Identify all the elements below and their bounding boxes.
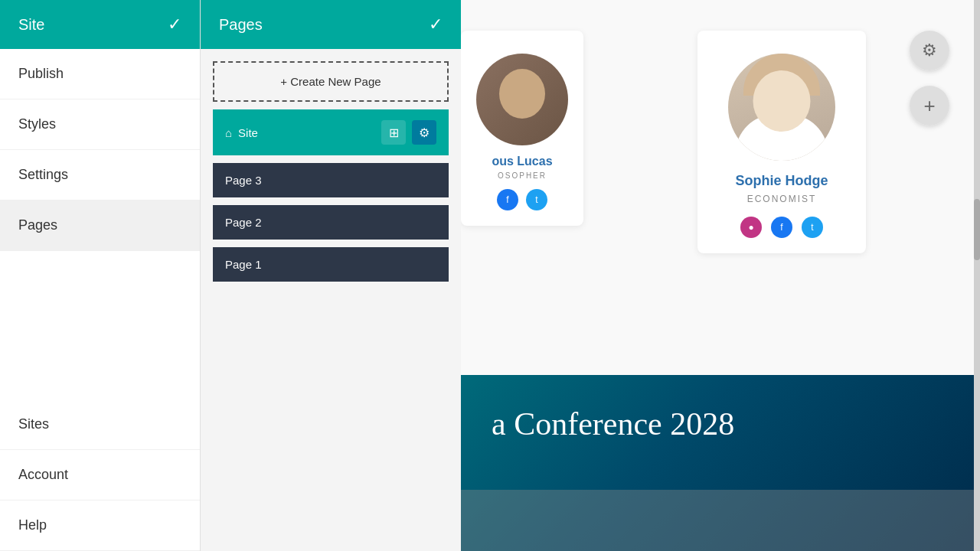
site-page-icons: ⊞ ⚙ [381,120,436,145]
sophie-title: ECONOMIST [720,194,843,204]
page-item-page3[interactable]: Page 3 [213,163,449,197]
page2-label: Page 2 [225,216,262,229]
overlay-plus-button[interactable]: + [910,86,949,126]
sidebar: Site ✓ Publish Styles Settings Pages Sit… [0,0,201,551]
sidebar-title: Site [18,16,44,34]
page1-label: Page 1 [225,258,262,271]
sidebar-check-icon: ✓ [168,15,181,34]
sidebar-item-sites[interactable]: Sites [0,399,200,450]
sophie-social-icons: ● f t [720,217,843,238]
lucas-twitter-icon[interactable]: t [526,189,547,210]
page3-label: Page 3 [225,174,262,187]
sidebar-item-publish[interactable]: Publish [0,49,200,99]
sophie-name: Sophie Hodge [720,173,843,189]
team-card-lucas: ous Lucas OSOPHER f t [461,31,583,226]
sophie-instagram-icon[interactable]: ● [740,217,762,238]
sidebar-item-styles[interactable]: Styles [0,99,200,150]
pages-check-icon: ✓ [429,15,443,34]
sidebar-nav: Publish Styles Settings Pages Sites Acco… [0,49,200,551]
conference-title: a Conference 2028 [492,406,734,442]
sidebar-item-account[interactable]: Account [0,450,200,500]
sophie-facebook-icon[interactable]: f [771,217,792,238]
main-content: ous Lucas OSOPHER f t Sophie Hodge ECONO… [461,0,980,551]
scrollbar-thumb[interactable] [974,199,980,260]
pages-title: Pages [219,16,263,34]
sidebar-item-help[interactable]: Help [0,500,200,551]
sidebar-spacer [0,251,200,399]
sidebar-item-settings[interactable]: Settings [0,150,200,201]
team-section: ous Lucas OSOPHER f t Sophie Hodge ECONO… [461,0,980,375]
site-page-label: Site [238,126,258,139]
create-new-page-label: + Create New Page [280,75,381,88]
pages-content: + Create New Page ⌂ Site ⊞ ⚙ Page 3 Page… [201,49,461,294]
scrollbar-track [974,0,980,551]
sidebar-header: Site ✓ [0,0,200,49]
overlay-gear-button[interactable]: ⚙ [910,31,949,70]
avatar-lucas [476,54,568,145]
conference-section: a Conference 2028 [461,375,980,551]
pages-panel: Pages ✓ + Create New Page ⌂ Site ⊞ ⚙ Pag… [201,0,461,551]
team-card-sophie: Sophie Hodge ECONOMIST ● f t [697,31,866,253]
gear-icon-button[interactable]: ⚙ [412,120,436,145]
sidebar-item-pages[interactable]: Pages [0,201,200,251]
page-item-page2[interactable]: Page 2 [213,205,449,240]
layers-icon-button[interactable]: ⊞ [381,120,406,145]
lucas-name: ous Lucas [476,155,568,168]
create-new-page-button[interactable]: + Create New Page [213,61,449,102]
lucas-facebook-icon[interactable]: f [497,189,518,210]
page-item-site[interactable]: ⌂ Site ⊞ ⚙ [213,109,449,155]
lucas-social-icons: f t [476,189,568,210]
gear-icon: ⚙ [922,41,937,60]
sophie-twitter-icon[interactable]: t [802,217,823,238]
site-page-home-icon: ⌂ [225,126,232,139]
plus-icon: + [923,94,935,118]
lucas-title: OSOPHER [476,171,568,180]
page-item-page1[interactable]: Page 1 [213,247,449,282]
pages-header: Pages ✓ [201,0,461,49]
avatar-sophie [728,54,835,161]
